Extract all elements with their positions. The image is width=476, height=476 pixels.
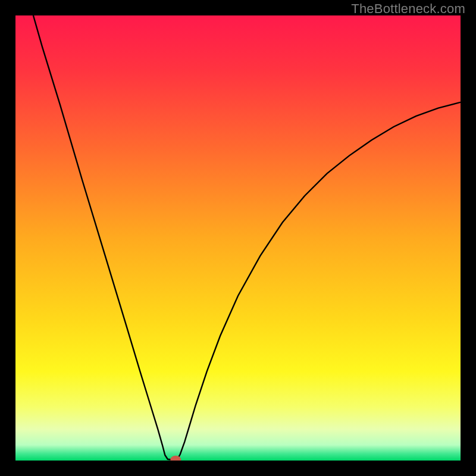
chart-svg [15, 15, 461, 461]
gradient-rect [15, 15, 461, 461]
watermark-text: TheBottleneck.com [351, 1, 465, 17]
chart-frame: TheBottleneck.com [0, 0, 476, 476]
plot-area [15, 15, 461, 461]
